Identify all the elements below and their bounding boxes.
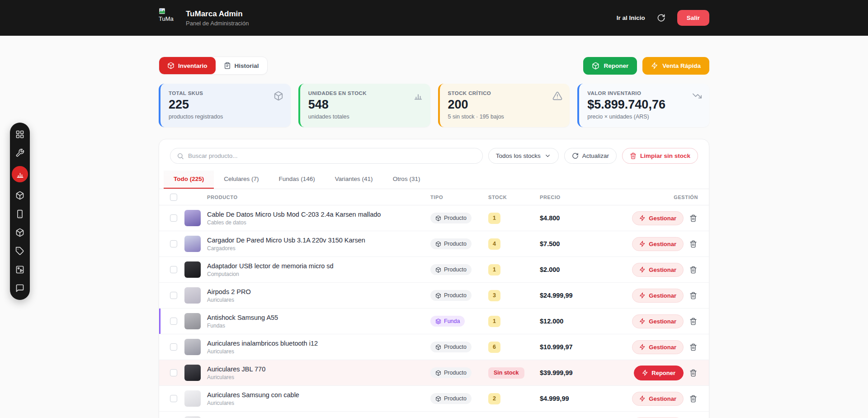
search-box (170, 148, 483, 164)
manage-button[interactable]: Gestionar (632, 314, 684, 328)
table-row: Battery Pack 10.000mah Producto 1 $19.99… (159, 412, 709, 418)
package-icon (435, 267, 441, 273)
clear-out-of-stock-button[interactable]: Limpiar sin stock (622, 148, 698, 164)
bolt-icon (639, 292, 646, 299)
column-header-gestion: GESTIÓN (621, 195, 698, 200)
trash-icon (689, 240, 697, 248)
delete-button[interactable] (689, 214, 698, 223)
category-tab-celulares[interactable]: Celulares (7) (214, 171, 269, 189)
row-checkbox[interactable] (170, 369, 177, 376)
delete-button[interactable] (689, 265, 698, 275)
product-name: Cargador De Pared Micro Usb 3.1A 220v 31… (207, 237, 426, 244)
select-all-checkbox[interactable] (170, 194, 177, 201)
search-input[interactable] (188, 152, 476, 159)
table-row: Adaptador USB lector de memoria micro sd… (159, 257, 709, 283)
package-icon (435, 293, 441, 299)
package-icon (15, 191, 24, 200)
trash-icon (689, 369, 697, 377)
category-tab-variantes[interactable]: Variantes (41) (325, 171, 383, 189)
bar-chart-icon (413, 91, 423, 101)
stat-label: UNIDADES EN STOCK (308, 90, 422, 96)
manage-button[interactable]: Gestionar (632, 237, 684, 251)
delete-button[interactable] (689, 394, 698, 404)
sidebar-item-products[interactable] (14, 190, 25, 201)
manage-label: Reponer (651, 370, 675, 376)
stat-label: TOTAL SKUS (169, 90, 283, 96)
package-icon (274, 91, 283, 101)
stock-badge: 6 (488, 342, 500, 353)
category-tab-otros[interactable]: Otros (31) (383, 171, 430, 189)
sidebar-item-inventory-stats[interactable] (12, 166, 28, 182)
row-checkbox[interactable] (170, 343, 177, 351)
type-badge: Producto (430, 213, 472, 223)
bolt-icon (639, 395, 646, 402)
stats-row: TOTAL SKUS 225 productos registrados UNI… (159, 84, 709, 127)
row-checkbox[interactable] (170, 292, 177, 299)
delete-button[interactable] (689, 317, 698, 326)
category-tab-todo[interactable]: Todo (225) (164, 171, 214, 189)
type-label: Funda (444, 318, 460, 324)
sidebar-item-media[interactable] (14, 264, 25, 275)
manage-button[interactable]: Gestionar (632, 211, 684, 225)
row-checkbox[interactable] (170, 214, 177, 222)
product-thumbnail (184, 416, 201, 418)
stock-badge: 1 (488, 316, 500, 327)
refresh-button[interactable]: Actualizar (564, 148, 617, 164)
column-header-precio: PRECIO (540, 195, 617, 200)
stat-sublabel: precio × unidades (ARS) (587, 114, 701, 120)
product-name: Adaptador USB lector de memoria micro sd (207, 262, 426, 270)
product-thumbnail (184, 287, 201, 304)
manage-button[interactable]: Gestionar (632, 289, 684, 303)
product-price: $4.999,99 (540, 395, 617, 402)
sidebar-item-stock[interactable] (14, 227, 25, 238)
quick-sale-label: Venta Rápida (662, 62, 701, 69)
package-icon (435, 215, 441, 221)
type-label: Producto (444, 215, 467, 221)
sidebar-item-tools[interactable] (14, 147, 25, 158)
manage-button[interactable]: Gestionar (632, 340, 684, 354)
stat-card-total-skus: TOTAL SKUS 225 productos registrados (159, 84, 291, 127)
home-link[interactable]: Ir al Inicio (617, 14, 645, 21)
tab-historial[interactable]: Historial (216, 57, 267, 74)
column-header-producto: PRODUCTO (207, 195, 426, 200)
delete-button[interactable] (689, 239, 698, 249)
product-price: $24.999,99 (540, 292, 617, 299)
app-header: TuMa TuMarca Admin Panel de Administraci… (0, 0, 868, 36)
category-tab-fundas[interactable]: Fundas (146) (269, 171, 325, 189)
row-checkbox[interactable] (170, 240, 177, 247)
sidebar-item-phones[interactable] (14, 209, 25, 219)
stock-badge: 2 (488, 393, 500, 404)
manage-button[interactable]: Gestionar (632, 392, 684, 406)
table-row: Airpods 2 PRO Auriculares Producto 3 $24… (159, 283, 709, 309)
stat-label: STOCK CRÍTICO (448, 90, 562, 96)
row-checkbox[interactable] (170, 266, 177, 273)
type-label: Producto (444, 292, 467, 299)
package-icon (435, 396, 441, 402)
row-checkbox[interactable] (170, 395, 177, 402)
stat-value: 548 (308, 98, 422, 112)
restock-button[interactable]: Reponer (583, 57, 637, 75)
manage-label: Gestionar (649, 215, 676, 222)
tab-inventario[interactable]: Inventario (159, 57, 216, 74)
trash-icon (689, 214, 697, 222)
delete-button[interactable] (689, 342, 698, 352)
product-category: Auriculares (207, 374, 426, 380)
stock-filter-select[interactable]: Todos los stocks (488, 148, 559, 164)
quick-sale-button[interactable]: Venta Rápida (642, 57, 709, 75)
row-checkbox[interactable] (170, 318, 177, 325)
delete-button[interactable] (689, 368, 698, 378)
logout-button[interactable]: Salir (677, 10, 709, 26)
manage-button[interactable]: Reponer (634, 366, 684, 380)
header-refresh-button[interactable] (657, 14, 665, 22)
sidebar-item-messages[interactable] (14, 283, 25, 294)
package-icon (435, 241, 441, 247)
manage-button[interactable]: Gestionar (632, 263, 684, 277)
sidebar-item-dashboard[interactable] (14, 129, 25, 140)
product-thumbnail (184, 236, 201, 252)
delete-button[interactable] (689, 291, 698, 300)
tag-icon (15, 247, 24, 256)
product-category: Auriculares (207, 297, 426, 303)
product-name: Auriculares JBL 770 (207, 366, 426, 373)
type-badge: Producto (430, 393, 472, 404)
sidebar-item-tags[interactable] (14, 246, 25, 256)
